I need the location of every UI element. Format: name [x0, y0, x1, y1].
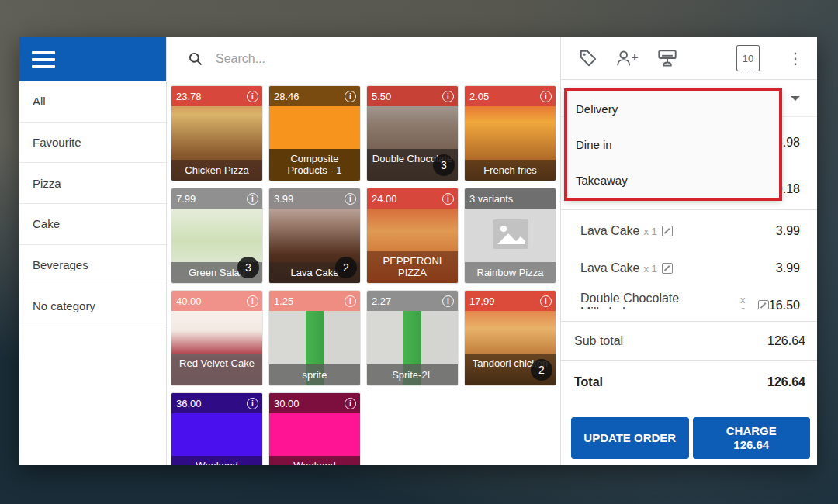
product-price: 24.00: [372, 193, 397, 205]
info-icon[interactable]: [247, 91, 258, 102]
cart-quantity-badge: 3: [433, 154, 455, 176]
order-item-name: Double Chocolate Milkshake: [580, 292, 736, 309]
product-name: Sprite-2L: [367, 364, 458, 385]
product-card-weekend-2[interactable]: 30.00 Weekend: [268, 392, 361, 465]
product-card-double-chocolate[interactable]: 5.50 Double Chocolate 3: [366, 85, 459, 181]
order-type-dropdown: Delivery Dine in Takeaway: [564, 88, 782, 201]
product-card-rainbow-pizza[interactable]: 3 variants Rainbow Pizza: [464, 188, 556, 284]
order-item-row: Double Chocolate Milkshake x 3 16.50: [561, 287, 817, 309]
product-card-sprite-2l[interactable]: 2.27 Sprite-2L: [366, 290, 459, 386]
product-price: 7.99: [176, 193, 196, 205]
product-price: 30.00: [274, 398, 300, 409]
image-placeholder-icon: [493, 219, 528, 249]
product-name: PEPPERONI PIZZA: [367, 251, 458, 283]
order-type-option-delivery[interactable]: Delivery: [567, 91, 779, 127]
edit-item-icon[interactable]: [662, 226, 673, 236]
product-price: 28.46: [274, 91, 300, 102]
product-name: Composite Products - 1: [269, 149, 360, 181]
order-type-option-takeaway[interactable]: Takeaway: [567, 162, 779, 198]
cart-quantity-badge: 2: [335, 257, 357, 278]
variant-count-label: 3 variants: [469, 193, 513, 205]
chevron-down-icon: [791, 96, 800, 101]
order-items-list: Lava Cake x 1 3.99 Lava Cake x 1 3.99 Do…: [561, 212, 817, 309]
product-name: Red Velvet Cake: [171, 354, 262, 385]
product-name: sprite: [269, 364, 360, 385]
category-sidebar: All Favourite Pizza Cake Beverages No ca…: [19, 37, 167, 465]
order-item-qty: x 1: [644, 226, 657, 237]
product-price: 23.78: [176, 91, 202, 102]
product-price: 2.05: [469, 91, 489, 102]
info-icon[interactable]: [540, 295, 552, 307]
info-icon[interactable]: [345, 398, 356, 409]
product-name: Rainbow Pizza: [465, 262, 556, 283]
product-card-weekend-1[interactable]: 36.00 Weekend: [171, 392, 263, 465]
info-icon[interactable]: [345, 193, 356, 205]
product-price: 1.25: [274, 295, 293, 307]
product-card-pepperoni-pizza[interactable]: 24.00 PEPPERONI PIZZA: [366, 188, 459, 284]
edit-item-icon[interactable]: [662, 263, 673, 274]
order-item-qty: x 3: [740, 294, 753, 309]
sidebar-item-no-category[interactable]: No category: [19, 285, 166, 326]
sidebar-item-all[interactable]: All: [19, 81, 166, 123]
info-icon[interactable]: [442, 193, 454, 205]
cart-quantity-badge: 3: [237, 257, 259, 278]
subtotal-label: Sub total: [574, 334, 623, 348]
info-icon[interactable]: [247, 295, 258, 307]
info-icon[interactable]: [247, 193, 258, 205]
product-card-composite-products[interactable]: 28.46 Composite Products - 1: [268, 85, 361, 181]
total-label: Total: [574, 375, 603, 389]
total-value: 126.64: [767, 375, 805, 389]
product-card-french-fries[interactable]: 2.05 French fries: [464, 85, 556, 181]
discount-tag-icon[interactable]: [578, 48, 598, 68]
order-item-price: 3.99: [776, 224, 800, 238]
update-order-button[interactable]: UPDATE ORDER: [571, 417, 689, 459]
product-grid: 23.78 Chicken Pizza 28.46 Composite Prod…: [167, 81, 560, 465]
search-bar: [167, 37, 560, 81]
subtotal-value: 126.64: [767, 334, 805, 348]
product-card-tandoori-chicken[interactable]: 17.99 Tandoori chicken 2: [464, 290, 556, 386]
edit-item-icon[interactable]: [758, 300, 769, 309]
product-area: 23.78 Chicken Pizza 28.46 Composite Prod…: [167, 37, 560, 465]
sidebar-item-favourite[interactable]: Favourite: [19, 123, 166, 164]
sidebar-item-beverages[interactable]: Beverages: [19, 245, 166, 286]
table-service-icon[interactable]: [656, 48, 679, 68]
product-price: 36.00: [176, 398, 202, 409]
sidebar-header: [19, 37, 166, 81]
product-name: Weekend: [269, 456, 360, 465]
order-panel-header: 10 ⋮: [561, 37, 817, 80]
order-item-name: Lava Cake: [580, 224, 640, 238]
order-item-price: 16.50: [769, 299, 800, 309]
menu-icon[interactable]: [32, 51, 55, 68]
product-card-lava-cake[interactable]: 3.99 Lava Cake 2: [268, 188, 361, 284]
info-icon[interactable]: [345, 91, 356, 102]
sidebar-item-cake[interactable]: Cake: [19, 204, 166, 245]
info-icon[interactable]: [442, 295, 454, 307]
order-item-qty: x 1: [644, 263, 657, 274]
product-card-red-velvet-cake[interactable]: 40.00 Red Velvet Cake: [171, 290, 263, 386]
search-input[interactable]: [216, 52, 511, 66]
product-card-green-salad[interactable]: 7.99 Green Salad 3: [171, 188, 263, 284]
info-icon[interactable]: [540, 91, 552, 102]
info-icon[interactable]: [345, 295, 356, 307]
open-orders-icon[interactable]: 10: [736, 45, 760, 71]
add-customer-icon[interactable]: [615, 48, 639, 68]
product-card-chicken-pizza[interactable]: 23.78 Chicken Pizza: [171, 85, 263, 181]
order-item-price: 3.99: [776, 261, 800, 275]
more-menu-icon[interactable]: ⋮: [784, 50, 806, 66]
charge-button-amount: 126.64: [733, 438, 769, 451]
order-item-row: Lava Cake x 1 3.99: [561, 250, 817, 287]
info-icon[interactable]: [442, 91, 454, 102]
product-name: Weekend: [171, 456, 262, 465]
sidebar-item-pizza[interactable]: Pizza: [19, 163, 166, 204]
charge-button[interactable]: CHARGE 126.64: [693, 417, 811, 459]
info-icon[interactable]: [247, 398, 258, 409]
search-icon: [188, 51, 203, 67]
total-row: Total 126.64: [561, 360, 817, 403]
order-item-name: Lava Cake: [580, 261, 640, 275]
product-price: 5.50: [372, 91, 391, 102]
pos-app-window: All Favourite Pizza Cake Beverages No ca…: [19, 37, 817, 465]
order-type-option-dine-in[interactable]: Dine in: [567, 127, 779, 163]
product-price: 17.99: [469, 295, 495, 307]
product-card-sprite[interactable]: 1.25 sprite: [268, 290, 361, 386]
charge-button-label: CHARGE: [726, 424, 777, 437]
